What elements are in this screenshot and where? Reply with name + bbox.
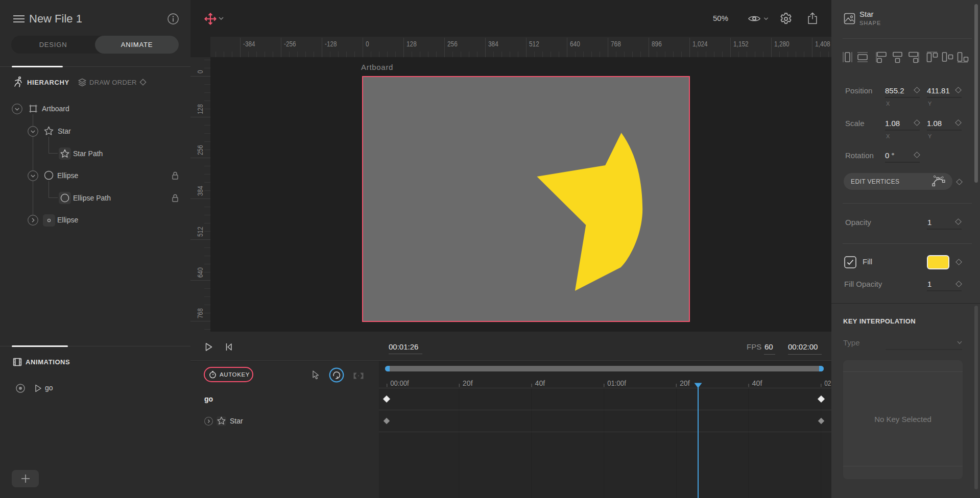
svg-text:256: 256 (447, 39, 458, 48)
svg-text:256: 256 (196, 145, 204, 155)
svg-text:02: 02 (824, 379, 831, 387)
svg-text:768: 768 (611, 39, 621, 48)
svg-text:20f: 20f (463, 379, 473, 387)
svg-text:384: 384 (196, 186, 204, 196)
svg-text:40f: 40f (535, 379, 545, 387)
svg-text:896: 896 (652, 39, 662, 48)
svg-text:384: 384 (488, 39, 498, 48)
svg-text:0: 0 (366, 39, 369, 48)
svg-text:01:00f: 01:00f (607, 379, 626, 387)
svg-text:1,280: 1,280 (774, 39, 790, 48)
svg-text:512: 512 (196, 227, 204, 237)
svg-text:0: 0 (196, 70, 204, 73)
svg-text:640: 640 (570, 39, 580, 48)
svg-text:20f: 20f (680, 379, 690, 387)
svg-text:768: 768 (196, 308, 204, 318)
svg-text:512: 512 (529, 39, 539, 48)
svg-text:40f: 40f (752, 379, 762, 387)
svg-text:128: 128 (407, 39, 417, 48)
svg-text:128: 128 (196, 104, 204, 114)
svg-text:-256: -256 (284, 39, 296, 48)
svg-text:-384: -384 (243, 39, 255, 48)
svg-text:00:00f: 00:00f (390, 379, 409, 387)
svg-text:-128: -128 (325, 39, 337, 48)
svg-text:1,024: 1,024 (692, 39, 708, 48)
svg-text:640: 640 (196, 267, 204, 278)
svg-text:1,152: 1,152 (733, 39, 749, 48)
svg-text:1,408: 1,408 (815, 39, 830, 48)
